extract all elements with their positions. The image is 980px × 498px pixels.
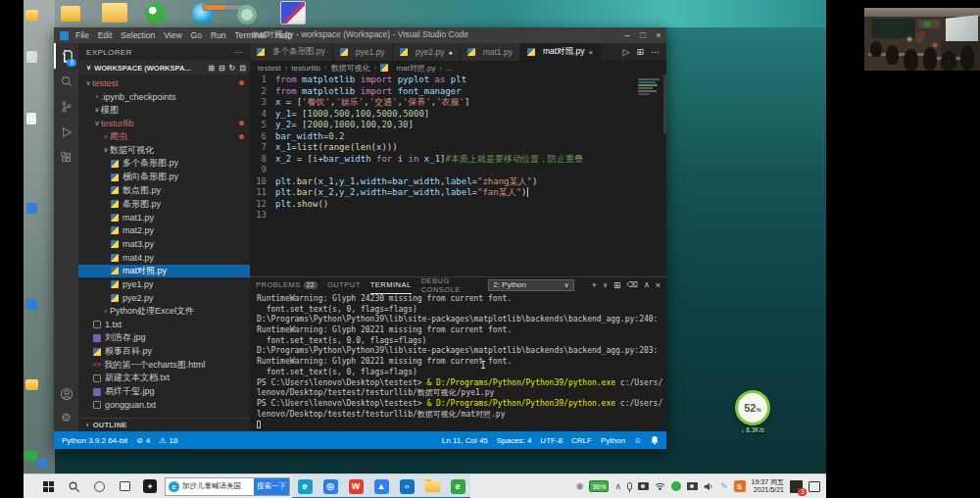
search-icon[interactable] bbox=[54, 69, 78, 94]
panel-tab-debug-console[interactable]: DEBUG CONSOLE bbox=[421, 276, 479, 294]
split-terminal-icon[interactable]: ⊞ bbox=[613, 280, 621, 290]
tree-item[interactable]: 新建文本文档.txt bbox=[78, 372, 250, 385]
maximize-panel-icon[interactable]: ∧ bbox=[644, 280, 650, 289]
tree-item[interactable]: ›爬虫 bbox=[78, 130, 250, 144]
menu-view[interactable]: View bbox=[164, 30, 181, 40]
menu-edit[interactable]: Edit bbox=[98, 30, 113, 40]
refresh-icon[interactable]: ↻ bbox=[229, 64, 236, 73]
menu-terminal[interactable]: Terminal bbox=[235, 30, 267, 40]
desktop-icon-app[interactable] bbox=[37, 459, 48, 468]
new-file-icon[interactable]: ⊞ bbox=[208, 64, 215, 73]
explorer-icon[interactable]: 6 bbox=[54, 43, 78, 69]
workspace-section-header[interactable]: ∨ WORKSPACE (WORKSPA... ⊞ ⊟ ↻ ⊡ bbox=[78, 61, 250, 75]
tree-item[interactable]: 1.txt bbox=[78, 318, 250, 331]
desktop-icon-folder[interactable] bbox=[61, 6, 80, 22]
tree-item[interactable]: ∨模图 bbox=[78, 103, 250, 117]
status-warnings[interactable]: ⚠18 bbox=[159, 436, 177, 445]
breadcrumb-item[interactable]: testurllib bbox=[291, 64, 320, 73]
tree-item[interactable]: 散点图.py bbox=[78, 184, 250, 198]
start-button[interactable] bbox=[35, 474, 61, 498]
panel-tab-terminal[interactable]: TERMINAL bbox=[370, 276, 412, 294]
tree-item[interactable]: mat4.py bbox=[78, 251, 250, 265]
more-actions-icon[interactable]: ⋯ bbox=[651, 47, 660, 57]
desktop-icon-app[interactable] bbox=[24, 451, 37, 461]
editor-tab[interactable]: mat1.py bbox=[461, 43, 520, 61]
status-feedback[interactable]: ☺ bbox=[634, 436, 642, 445]
tree-item[interactable]: 易烊千玺.jpg bbox=[78, 385, 250, 399]
status-eol[interactable]: CRLF bbox=[571, 436, 592, 445]
desktop-icon-file[interactable] bbox=[26, 51, 37, 63]
status-python-interpreter[interactable]: Python 3.9.2 64-bit bbox=[62, 436, 127, 445]
settings-gear-icon[interactable]: ⚙ bbox=[54, 406, 78, 429]
terminal-selector[interactable]: 2: Python ∨ bbox=[488, 279, 573, 291]
tree-item[interactable]: mat3.py bbox=[78, 237, 250, 251]
desktop-icon-app[interactable] bbox=[237, 5, 257, 25]
close-tab-icon[interactable]: × bbox=[588, 48, 593, 57]
tree-item[interactable]: pye1.py bbox=[78, 277, 250, 291]
status-cursor-position[interactable]: Ln 11, Col 45 bbox=[442, 436, 488, 445]
close-button[interactable]: × bbox=[651, 27, 666, 43]
pinned-app-icon[interactable]: ✦ bbox=[137, 474, 163, 498]
tree-item[interactable]: mat1.py bbox=[78, 211, 250, 224]
maximize-button[interactable]: □ bbox=[635, 27, 651, 43]
editor-scrollbar[interactable] bbox=[663, 75, 666, 133]
tree-item[interactable]: ›.ipynb_checkpoints bbox=[78, 90, 250, 104]
menu-help[interactable]: Help bbox=[275, 30, 292, 40]
chevron-down-icon[interactable]: ∨ bbox=[603, 281, 608, 289]
tree-item[interactable]: ∨数据可视化 bbox=[78, 143, 250, 157]
tree-item[interactable]: gongguan.txt bbox=[78, 399, 250, 413]
minimap[interactable] bbox=[638, 78, 663, 102]
tree-item[interactable]: ∨testest bbox=[78, 76, 250, 90]
status-language-mode[interactable]: Python bbox=[601, 436, 625, 445]
minimize-button[interactable]: – bbox=[619, 27, 635, 43]
tree-item[interactable]: mat对照.py bbox=[78, 265, 250, 278]
tree-item[interactable]: 横向条形图.py bbox=[78, 171, 250, 184]
desktop-icon-folder[interactable] bbox=[25, 379, 38, 390]
tree-item[interactable]: 刘浩存.jpg bbox=[78, 331, 250, 345]
desktop-icon-folder[interactable] bbox=[25, 10, 38, 21]
collapse-all-icon[interactable]: ⊡ bbox=[239, 64, 246, 73]
taskbar-app-ie-browser[interactable]: e bbox=[445, 474, 470, 498]
desktop-icon-folder[interactable] bbox=[102, 3, 127, 23]
status-indentation[interactable]: Spaces: 4 bbox=[497, 436, 532, 445]
run-debug-icon[interactable] bbox=[54, 120, 78, 145]
status-errors[interactable]: ⊘4 bbox=[136, 436, 150, 445]
microphone-icon[interactable] bbox=[627, 482, 632, 490]
account-icon[interactable] bbox=[54, 382, 78, 406]
editor-tab[interactable]: mat对照.py× bbox=[520, 43, 601, 61]
title-bar[interactable]: FileEditSelectionViewGoRunTerminalHelp m… bbox=[54, 27, 666, 43]
volume-icon[interactable] bbox=[704, 482, 714, 491]
desktop-icon-paint-app[interactable] bbox=[280, 1, 306, 25]
editor-tab[interactable]: 多个条形图.py bbox=[250, 43, 333, 61]
webcam-video-thumbnail[interactable] bbox=[864, 8, 980, 71]
close-panel-icon[interactable]: × bbox=[656, 280, 661, 290]
tree-item[interactable]: pye2.py bbox=[78, 291, 250, 305]
split-editor-icon[interactable]: ⊞ bbox=[636, 47, 644, 57]
terminal-output[interactable]: RuntimeWarning: Glyph 24230 missing from… bbox=[250, 292, 666, 430]
taskbar-app-tim[interactable]: ◎ bbox=[318, 474, 343, 498]
pen-settings-icon[interactable]: ✎ bbox=[720, 482, 728, 491]
new-folder-icon[interactable]: ⊟ bbox=[219, 64, 225, 73]
camera-icon[interactable] bbox=[687, 482, 698, 490]
window-stack-icon[interactable]: 3 bbox=[790, 480, 803, 493]
sogou-input-icon[interactable]: S bbox=[734, 480, 746, 492]
status-encoding[interactable]: UTF-8 bbox=[540, 436, 563, 445]
speed-float-ball[interactable]: 52% ↓ 8.3K/s bbox=[731, 390, 774, 433]
desktop-icon-app[interactable] bbox=[26, 299, 37, 310]
new-terminal-icon[interactable]: + bbox=[592, 280, 597, 290]
taskbar-search-box[interactable]: e 加沙儿童喊话美国 搜索一下 bbox=[165, 477, 290, 496]
tree-item[interactable]: 多个条形图.py bbox=[78, 157, 250, 171]
menu-selection[interactable]: Selection bbox=[121, 30, 155, 40]
breadcrumb-item[interactable]: testest bbox=[258, 64, 281, 73]
taskbar-app-vscode[interactable]: ‹› bbox=[394, 474, 419, 498]
menu-file[interactable]: File bbox=[75, 30, 89, 40]
panel-tab-output[interactable]: OUTPUT bbox=[327, 276, 361, 294]
tree-item[interactable]: <>我的第一个echarts图.html bbox=[78, 358, 250, 372]
action-center-icon[interactable] bbox=[808, 481, 820, 492]
breadcrumb-item[interactable]: mat对照.py bbox=[396, 63, 435, 74]
kill-terminal-icon[interactable]: ⌫ bbox=[627, 280, 638, 289]
taskbar-search-icon[interactable] bbox=[61, 474, 86, 498]
desktop-icon-360-browser[interactable] bbox=[145, 3, 167, 25]
battery-indicator[interactable]: 96% bbox=[589, 480, 609, 492]
outline-section[interactable]: › OUTLINE bbox=[78, 418, 250, 431]
